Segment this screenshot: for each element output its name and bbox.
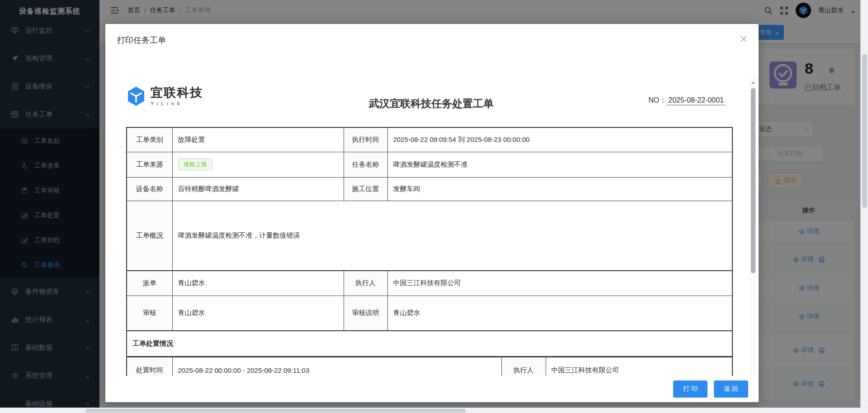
- modal-title: 打印任务工单: [117, 36, 166, 45]
- field-label: 派单: [127, 271, 172, 296]
- scrollbar-thumb[interactable]: [86, 409, 466, 413]
- field-label: 工单类别: [127, 127, 172, 152]
- field-label: 审核: [127, 296, 172, 331]
- field-value: 百特精酿啤酒发酵罐: [172, 177, 344, 201]
- document-number: NO：2025-08-22-0001: [601, 86, 732, 105]
- print-workorder-modal: 打印任务工单 宜联科技 YiLink 武汉宜联科技任务处置工单 NO：2025-…: [105, 24, 759, 402]
- workorder-table: 工单类别 故障处置 执行时间 2025-08-22 09:09:54 到 202…: [126, 127, 733, 357]
- workorder-table-disposal: 处置时间 2025-08-22 00:00:00 - 2025-08-22 09…: [126, 357, 733, 376]
- field-label: 处置时间: [127, 357, 172, 376]
- section-title: 工单处置情况: [127, 331, 732, 357]
- close-icon[interactable]: [740, 35, 748, 43]
- yilink-logo-icon: [126, 86, 146, 107]
- table-section-row: 工单处置情况: [127, 331, 732, 357]
- field-value: 青山碧水: [172, 296, 344, 331]
- modal-footer: 打印 返回: [105, 376, 759, 402]
- table-row: 设备名称 百特精酿啤酒发酵罐 施工位置 发酵车间: [127, 177, 732, 201]
- table-row: 工单来源 巡检上报 任务名称 啤酒发酵罐温度检测不准: [127, 152, 732, 177]
- field-label: 任务名称: [344, 152, 387, 177]
- field-value: 发酵车间: [387, 177, 732, 201]
- modal-scrollbar[interactable]: [750, 77, 757, 376]
- field-label: 执行人: [344, 271, 387, 296]
- field-value: 青山碧水: [387, 296, 732, 331]
- field-label: 工单来源: [127, 152, 172, 177]
- table-row: 工单概况 啤酒发酵罐温度检测不准，计量数值错误: [127, 201, 732, 271]
- brand-name-en: YiLink: [151, 101, 203, 106]
- brand-block: 宜联科技 YiLink: [126, 86, 262, 107]
- field-value: 中国三江科技有限公司: [387, 271, 732, 296]
- no-label: NO：: [648, 96, 666, 104]
- table-row: 派单 青山碧水 执行人 中国三江科技有限公司: [127, 271, 732, 296]
- scrollbar-thumb[interactable]: [751, 88, 755, 273]
- source-badge: 巡检上报: [178, 159, 212, 170]
- field-label: 审核说明: [344, 296, 387, 331]
- browser-horizontal-scrollbar[interactable]: [0, 408, 868, 413]
- table-row: 处置时间 2025-08-22 00:00:00 - 2025-08-22 09…: [127, 357, 732, 376]
- print-button[interactable]: 打印: [673, 380, 708, 398]
- modal-body: 宜联科技 YiLink 武汉宜联科技任务处置工单 NO：2025-08-22-0…: [105, 50, 759, 376]
- field-value: 2025-08-22 09:09:54 到 2025-08-23 00:00:0…: [387, 127, 732, 152]
- no-value: 2025-08-22-0001: [666, 96, 726, 105]
- app-window: 设备巡检监测系统 运行监控 巡检管理 设备维保 任务工单 工单发起: [0, 0, 868, 413]
- scroll-up-icon[interactable]: [750, 79, 756, 84]
- field-value: 啤酒发酵罐温度检测不准: [387, 152, 732, 177]
- document-header: 宜联科技 YiLink 武汉宜联科技任务处置工单 NO：2025-08-22-0…: [126, 86, 732, 111]
- modal-header: 打印任务工单: [105, 24, 759, 50]
- workorder-document: 宜联科技 YiLink 武汉宜联科技任务处置工单 NO：2025-08-22-0…: [105, 50, 759, 376]
- field-label: 工单概况: [127, 201, 172, 271]
- table-row: 工单类别 故障处置 执行时间 2025-08-22 09:09:54 到 202…: [127, 127, 732, 152]
- document-title: 武汉宜联科技任务处置工单: [262, 86, 601, 111]
- field-label: 施工位置: [344, 177, 387, 201]
- field-value: 啤酒发酵罐温度检测不准，计量数值错误: [172, 201, 732, 271]
- field-label: 执行人: [501, 357, 546, 376]
- field-value: 巡检上报: [172, 152, 344, 177]
- brand-name: 宜联科技: [151, 87, 203, 99]
- scrollbar-thumb[interactable]: [862, 54, 867, 208]
- field-value: 青山碧水: [172, 271, 344, 296]
- browser-vertical-scrollbar[interactable]: [860, 0, 868, 413]
- field-value: 2025-08-22 00:00:00 - 2025-08-22 09:11:0…: [172, 357, 501, 376]
- field-value: 中国三江科技有限公司: [546, 357, 732, 376]
- field-label: 执行时间: [344, 127, 387, 152]
- back-button[interactable]: 返回: [714, 380, 748, 398]
- field-value: 故障处置: [172, 127, 344, 152]
- table-row: 审核 青山碧水 审核说明 青山碧水: [127, 296, 732, 331]
- field-label: 设备名称: [127, 177, 172, 201]
